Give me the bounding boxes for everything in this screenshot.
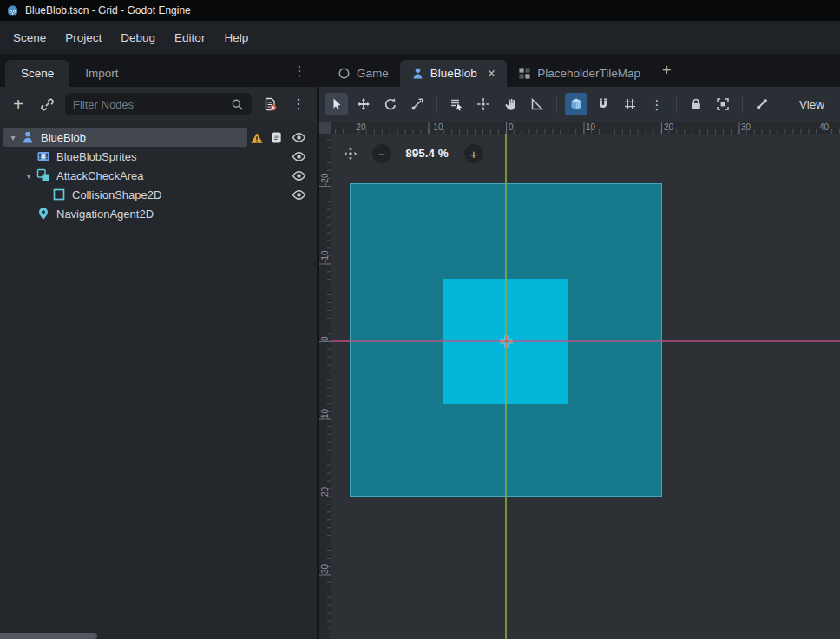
visibility-toggle-icon[interactable] bbox=[292, 168, 306, 183]
godot-editor-window: BlueBlob.tscn - Grid - Godot Engine Scen… bbox=[0, 0, 840, 639]
scene-tab-blueblob[interactable]: BlueBlob × bbox=[400, 60, 507, 87]
scene-dock-horizontal-scrollbar[interactable] bbox=[0, 633, 97, 639]
tree-row-blueblob[interactable]: ▾ BlueBlob bbox=[0, 128, 317, 147]
game-view-icon bbox=[338, 67, 351, 80]
filter-nodes-field[interactable] bbox=[65, 93, 252, 115]
instance-scene-button[interactable] bbox=[36, 94, 57, 115]
ruler-label: -20 bbox=[319, 160, 331, 186]
collision-shape-2d-icon bbox=[52, 188, 68, 201]
ruler-label: 20 bbox=[664, 122, 673, 133]
toolbar-separator bbox=[742, 96, 743, 113]
horizontal-ruler: -20 -10 0 10 20 30 40 bbox=[331, 122, 840, 134]
rotate-tool-button[interactable] bbox=[379, 93, 402, 115]
pan-tool-button[interactable] bbox=[499, 93, 522, 115]
canvas-area: ⋮ View -20 -10 0 10 20 30 40 -20 -10 0 1… bbox=[319, 87, 840, 639]
ruler-label: 40 bbox=[819, 122, 829, 133]
scene-tab-blueblob-label: BlueBlob bbox=[430, 67, 477, 80]
menu-help[interactable]: Help bbox=[214, 25, 258, 50]
node-name: AttackCheckArea bbox=[56, 169, 143, 182]
godot-logo-icon bbox=[6, 4, 19, 17]
character-body-2d-icon bbox=[411, 67, 424, 80]
ruler-label: 0 bbox=[509, 122, 514, 133]
titlebar: BlueBlob.tscn - Grid - Godot Engine bbox=[0, 0, 840, 21]
tab-import[interactable]: Import bbox=[69, 60, 134, 87]
tree-row-blueblobsprites[interactable]: BlueBlobSprites bbox=[0, 147, 317, 166]
dock-options-icon[interactable]: ⋮ bbox=[282, 63, 317, 79]
scene-tree-options-icon[interactable]: ⋮ bbox=[288, 94, 309, 115]
tilemap-icon bbox=[518, 67, 531, 80]
search-icon bbox=[231, 98, 244, 111]
smart-snap-toggle[interactable] bbox=[565, 93, 587, 115]
visibility-toggle-icon[interactable] bbox=[292, 130, 306, 145]
menu-editor[interactable]: Editor bbox=[165, 25, 214, 50]
ruler-label: -20 bbox=[353, 122, 365, 133]
window-title: BlueBlob.tscn - Grid - Godot Engine bbox=[25, 4, 191, 16]
new-scene-tab-button[interactable]: + bbox=[652, 62, 682, 80]
close-tab-icon[interactable]: × bbox=[488, 67, 495, 81]
grid-snap-toggle[interactable] bbox=[592, 93, 614, 115]
scene-tab-placeholdertilemap[interactable]: PlaceholderTileMap bbox=[507, 60, 652, 87]
node-name: BlueBlobSprites bbox=[56, 150, 137, 163]
menu-project[interactable]: Project bbox=[56, 25, 111, 50]
toolbar-separator bbox=[556, 96, 557, 113]
ruler-label: 30 bbox=[741, 122, 751, 133]
x-axis-line bbox=[331, 340, 840, 342]
ruler-tool-button[interactable] bbox=[526, 93, 548, 115]
tab-import-label: Import bbox=[85, 67, 118, 80]
visibility-toggle-icon[interactable] bbox=[292, 188, 306, 202]
node-name: BlueBlob bbox=[41, 131, 86, 144]
pivot-tool-button[interactable] bbox=[472, 93, 495, 115]
menu-debug[interactable]: Debug bbox=[111, 25, 165, 50]
tab-scene[interactable]: Scene bbox=[5, 60, 69, 87]
y-axis-line bbox=[505, 134, 507, 639]
skeleton-options-button[interactable] bbox=[751, 93, 773, 115]
ruler-label: 10 bbox=[319, 392, 331, 418]
attach-script-button[interactable] bbox=[259, 94, 280, 115]
dock-tab-bar: Scene Import ⋮ bbox=[0, 54, 317, 87]
ruler-label: -10 bbox=[319, 237, 331, 263]
center-view-button[interactable] bbox=[342, 145, 359, 162]
zoom-out-button[interactable]: − bbox=[372, 144, 391, 163]
scene-dock-toolbar: + ⋮ bbox=[0, 87, 317, 122]
node-name: NavigationAgent2D bbox=[56, 208, 154, 221]
script-icon[interactable] bbox=[269, 130, 284, 145]
toolbar-separator bbox=[436, 96, 437, 113]
zoom-in-button[interactable]: + bbox=[464, 144, 483, 163]
tree-row-navigationagent2d[interactable]: NavigationAgent2D bbox=[0, 204, 317, 223]
scale-tool-button[interactable] bbox=[406, 93, 429, 115]
tree-row-attackcheckarea[interactable]: ▾ AttackCheckArea bbox=[0, 166, 317, 185]
view-menu-button[interactable]: View bbox=[790, 94, 834, 115]
group-button[interactable] bbox=[712, 93, 734, 115]
character-body-2d-icon bbox=[21, 130, 36, 144]
scene-tab-game[interactable]: Game bbox=[326, 60, 400, 87]
vertical-ruler: -20 -10 0 10 20 30 bbox=[319, 134, 331, 639]
node-name: CollisionShape2D bbox=[72, 188, 161, 201]
filter-nodes-input[interactable] bbox=[73, 98, 226, 111]
origin-crosshair-icon bbox=[499, 334, 514, 349]
grid-toggle[interactable] bbox=[619, 93, 641, 115]
select-tool-button[interactable] bbox=[325, 93, 348, 115]
scene-tab-game-label: Game bbox=[357, 67, 389, 80]
tree-row-collisionshape2d[interactable]: CollisionShape2D bbox=[0, 185, 317, 204]
collapse-arrow-icon[interactable]: ▾ bbox=[5, 133, 21, 142]
warning-icon[interactable] bbox=[249, 130, 264, 145]
scene-tree: ▾ BlueBlob BlueBlobSprites ▾ AttackCheck… bbox=[0, 122, 317, 630]
collapse-arrow-icon[interactable]: ▾ bbox=[21, 171, 36, 181]
ruler-label: -10 bbox=[430, 122, 443, 133]
scene-tab-bar: Game BlueBlob × PlaceholderTileMap + bbox=[319, 54, 840, 87]
tab-strip: Scene Import ⋮ Game BlueBlob × Placehold… bbox=[0, 54, 840, 87]
ruler-label: 30 bbox=[319, 548, 331, 574]
list-select-tool-button[interactable] bbox=[445, 93, 468, 115]
area-2d-icon bbox=[36, 168, 52, 182]
add-node-button[interactable]: + bbox=[8, 94, 29, 115]
2d-viewport[interactable]: − 895.4 % + bbox=[331, 134, 840, 639]
lock-button[interactable] bbox=[685, 93, 707, 115]
visibility-toggle-icon[interactable] bbox=[292, 149, 306, 164]
snapping-options-icon[interactable]: ⋮ bbox=[646, 93, 668, 115]
zoom-level[interactable]: 895.4 % bbox=[394, 144, 460, 163]
ruler-label: 0 bbox=[319, 315, 331, 341]
move-tool-button[interactable] bbox=[352, 93, 375, 115]
navigation-agent-2d-icon bbox=[36, 207, 52, 221]
menu-scene[interactable]: Scene bbox=[3, 25, 56, 50]
ruler-corner bbox=[319, 122, 331, 134]
